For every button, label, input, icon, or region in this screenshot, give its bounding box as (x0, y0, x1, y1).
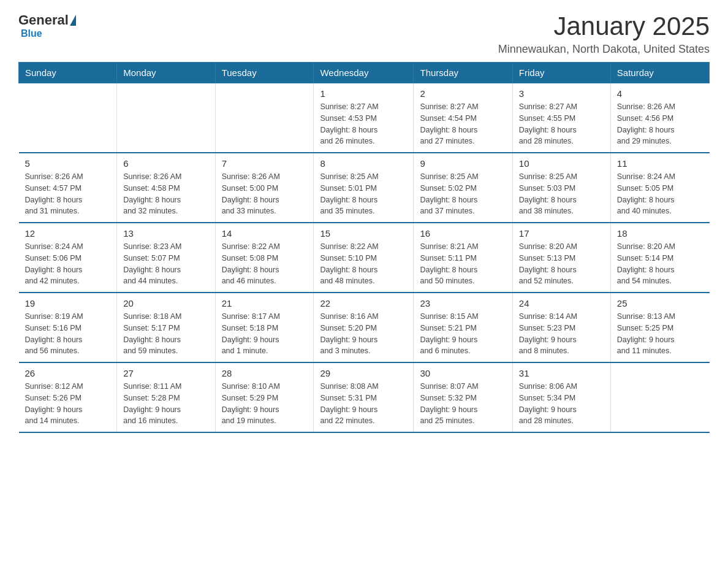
calendar-header: SundayMondayTuesdayWednesdayThursdayFrid… (19, 63, 710, 83)
logo: General Blue (18, 12, 77, 39)
day-number: 30 (420, 368, 506, 378)
day-info: Sunrise: 8:27 AM Sunset: 4:53 PM Dayligh… (320, 101, 407, 147)
day-info: Sunrise: 8:26 AM Sunset: 5:00 PM Dayligh… (222, 171, 308, 217)
day-number: 6 (123, 158, 208, 169)
calendar-week-row: 5Sunrise: 8:26 AM Sunset: 4:57 PM Daylig… (19, 153, 710, 223)
calendar-cell: 6Sunrise: 8:26 AM Sunset: 4:58 PM Daylig… (117, 153, 215, 223)
calendar-cell: 28Sunrise: 8:10 AM Sunset: 5:29 PM Dayli… (215, 362, 314, 432)
day-info: Sunrise: 8:12 AM Sunset: 5:26 PM Dayligh… (25, 381, 111, 427)
day-info: Sunrise: 8:27 AM Sunset: 4:55 PM Dayligh… (519, 101, 604, 147)
day-header-wednesday: Wednesday (314, 63, 414, 83)
calendar-cell: 22Sunrise: 8:16 AM Sunset: 5:20 PM Dayli… (314, 293, 414, 362)
day-info: Sunrise: 8:08 AM Sunset: 5:31 PM Dayligh… (320, 381, 407, 427)
day-number: 29 (320, 368, 407, 378)
day-header-monday: Monday (117, 63, 215, 83)
day-info: Sunrise: 8:20 AM Sunset: 5:14 PM Dayligh… (617, 241, 703, 287)
calendar-cell (19, 83, 117, 153)
calendar-cell: 29Sunrise: 8:08 AM Sunset: 5:31 PM Dayli… (314, 362, 414, 432)
day-info: Sunrise: 8:26 AM Sunset: 4:58 PM Dayligh… (123, 171, 208, 217)
month-title: January 2025 (498, 12, 710, 40)
day-info: Sunrise: 8:26 AM Sunset: 4:56 PM Dayligh… (617, 101, 703, 147)
day-info: Sunrise: 8:22 AM Sunset: 5:08 PM Dayligh… (222, 241, 308, 287)
day-header-sunday: Sunday (19, 63, 117, 83)
day-number: 26 (25, 368, 111, 378)
day-info: Sunrise: 8:13 AM Sunset: 5:25 PM Dayligh… (617, 311, 703, 357)
calendar-table: SundayMondayTuesdayWednesdayThursdayFrid… (18, 62, 710, 433)
calendar-week-row: 1Sunrise: 8:27 AM Sunset: 4:53 PM Daylig… (19, 83, 710, 153)
day-info: Sunrise: 8:26 AM Sunset: 4:57 PM Dayligh… (25, 171, 111, 217)
calendar-cell: 21Sunrise: 8:17 AM Sunset: 5:18 PM Dayli… (215, 293, 314, 362)
day-info: Sunrise: 8:06 AM Sunset: 5:34 PM Dayligh… (519, 381, 604, 427)
calendar-cell: 14Sunrise: 8:22 AM Sunset: 5:08 PM Dayli… (215, 223, 314, 293)
day-number: 20 (123, 298, 208, 308)
page-header: General Blue January 2025 Minnewaukan, N… (18, 12, 710, 56)
day-header-row: SundayMondayTuesdayWednesdayThursdayFrid… (19, 63, 710, 83)
calendar-cell: 10Sunrise: 8:25 AM Sunset: 5:03 PM Dayli… (512, 153, 610, 223)
calendar-cell: 17Sunrise: 8:20 AM Sunset: 5:13 PM Dayli… (512, 223, 610, 293)
day-info: Sunrise: 8:23 AM Sunset: 5:07 PM Dayligh… (123, 241, 208, 287)
day-header-thursday: Thursday (414, 63, 512, 83)
day-info: Sunrise: 8:27 AM Sunset: 4:54 PM Dayligh… (420, 101, 506, 147)
calendar-cell: 1Sunrise: 8:27 AM Sunset: 4:53 PM Daylig… (314, 83, 414, 153)
calendar-cell: 19Sunrise: 8:19 AM Sunset: 5:16 PM Dayli… (19, 293, 117, 362)
day-header-tuesday: Tuesday (215, 63, 314, 83)
logo-general-text: General (18, 12, 69, 28)
day-number: 18 (617, 228, 703, 239)
calendar-cell: 2Sunrise: 8:27 AM Sunset: 4:54 PM Daylig… (414, 83, 512, 153)
day-number: 5 (25, 158, 111, 169)
title-area: January 2025 Minnewaukan, North Dakota, … (498, 12, 710, 56)
day-info: Sunrise: 8:24 AM Sunset: 5:06 PM Dayligh… (25, 241, 111, 287)
calendar-cell: 25Sunrise: 8:13 AM Sunset: 5:25 PM Dayli… (610, 293, 709, 362)
day-info: Sunrise: 8:20 AM Sunset: 5:13 PM Dayligh… (519, 241, 604, 287)
day-info: Sunrise: 8:07 AM Sunset: 5:32 PM Dayligh… (420, 381, 506, 427)
calendar-cell: 16Sunrise: 8:21 AM Sunset: 5:11 PM Dayli… (414, 223, 512, 293)
day-header-friday: Friday (512, 63, 610, 83)
calendar-cell: 18Sunrise: 8:20 AM Sunset: 5:14 PM Dayli… (610, 223, 709, 293)
day-info: Sunrise: 8:10 AM Sunset: 5:29 PM Dayligh… (222, 381, 308, 427)
day-info: Sunrise: 8:25 AM Sunset: 5:02 PM Dayligh… (420, 171, 506, 217)
day-number: 9 (420, 158, 506, 169)
day-number: 1 (320, 88, 407, 99)
calendar-cell: 31Sunrise: 8:06 AM Sunset: 5:34 PM Dayli… (512, 362, 610, 432)
day-header-saturday: Saturday (610, 63, 709, 83)
calendar-cell: 24Sunrise: 8:14 AM Sunset: 5:23 PM Dayli… (512, 293, 610, 362)
day-number: 14 (222, 228, 308, 239)
day-info: Sunrise: 8:22 AM Sunset: 5:10 PM Dayligh… (320, 241, 407, 287)
calendar-cell: 12Sunrise: 8:24 AM Sunset: 5:06 PM Dayli… (19, 223, 117, 293)
logo-blue-text: Blue (21, 28, 42, 39)
calendar-cell: 26Sunrise: 8:12 AM Sunset: 5:26 PM Dayli… (19, 362, 117, 432)
calendar-cell (215, 83, 314, 153)
day-number: 28 (222, 368, 308, 378)
day-number: 15 (320, 228, 407, 239)
calendar-cell: 9Sunrise: 8:25 AM Sunset: 5:02 PM Daylig… (414, 153, 512, 223)
day-info: Sunrise: 8:25 AM Sunset: 5:03 PM Dayligh… (519, 171, 604, 217)
day-info: Sunrise: 8:25 AM Sunset: 5:01 PM Dayligh… (320, 171, 407, 217)
day-number: 7 (222, 158, 308, 169)
day-number: 19 (25, 298, 111, 308)
day-number: 4 (617, 88, 703, 99)
calendar-cell: 30Sunrise: 8:07 AM Sunset: 5:32 PM Dayli… (414, 362, 512, 432)
calendar-cell: 4Sunrise: 8:26 AM Sunset: 4:56 PM Daylig… (610, 83, 709, 153)
day-info: Sunrise: 8:21 AM Sunset: 5:11 PM Dayligh… (420, 241, 506, 287)
calendar-cell: 13Sunrise: 8:23 AM Sunset: 5:07 PM Dayli… (117, 223, 215, 293)
day-number: 8 (320, 158, 407, 169)
calendar-cell: 8Sunrise: 8:25 AM Sunset: 5:01 PM Daylig… (314, 153, 414, 223)
calendar-week-row: 12Sunrise: 8:24 AM Sunset: 5:06 PM Dayli… (19, 223, 710, 293)
day-number: 21 (222, 298, 308, 308)
calendar-cell: 23Sunrise: 8:15 AM Sunset: 5:21 PM Dayli… (414, 293, 512, 362)
calendar-cell: 27Sunrise: 8:11 AM Sunset: 5:28 PM Dayli… (117, 362, 215, 432)
calendar-week-row: 26Sunrise: 8:12 AM Sunset: 5:26 PM Dayli… (19, 362, 710, 432)
calendar-cell: 11Sunrise: 8:24 AM Sunset: 5:05 PM Dayli… (610, 153, 709, 223)
day-number: 23 (420, 298, 506, 308)
day-info: Sunrise: 8:24 AM Sunset: 5:05 PM Dayligh… (617, 171, 703, 217)
day-number: 17 (519, 228, 604, 239)
calendar-cell: 5Sunrise: 8:26 AM Sunset: 4:57 PM Daylig… (19, 153, 117, 223)
day-number: 2 (420, 88, 506, 99)
day-info: Sunrise: 8:19 AM Sunset: 5:16 PM Dayligh… (25, 311, 111, 357)
logo-triangle-icon (70, 15, 76, 26)
day-info: Sunrise: 8:14 AM Sunset: 5:23 PM Dayligh… (519, 311, 604, 357)
calendar-cell (117, 83, 215, 153)
day-number: 24 (519, 298, 604, 308)
calendar-cell: 15Sunrise: 8:22 AM Sunset: 5:10 PM Dayli… (314, 223, 414, 293)
calendar-body: 1Sunrise: 8:27 AM Sunset: 4:53 PM Daylig… (19, 83, 710, 433)
